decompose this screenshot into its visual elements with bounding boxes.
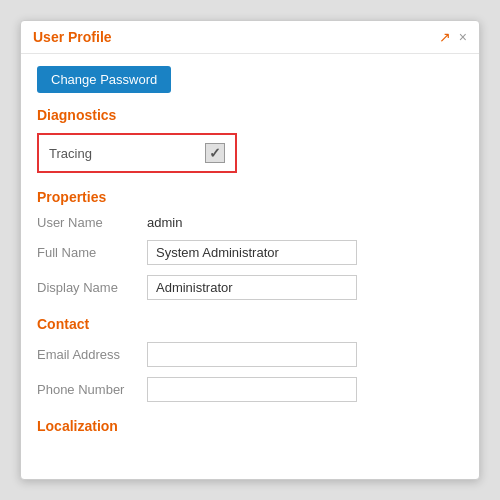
email-label: Email Address — [37, 347, 147, 362]
username-value: admin — [147, 215, 182, 230]
username-row: User Name admin — [37, 215, 463, 230]
modal-header: User Profile ↗ × — [21, 21, 479, 54]
tracing-checkbox[interactable] — [205, 143, 225, 163]
user-profile-modal: User Profile ↗ × Change Password Diagnos… — [20, 20, 480, 480]
tracing-row: Tracing — [37, 133, 237, 173]
displayname-row: Display Name — [37, 275, 463, 300]
tracing-label: Tracing — [49, 146, 92, 161]
phone-row: Phone Number — [37, 377, 463, 402]
properties-title: Properties — [37, 189, 463, 205]
displayname-label: Display Name — [37, 280, 147, 295]
diagnostics-title: Diagnostics — [37, 107, 463, 123]
phone-label: Phone Number — [37, 382, 147, 397]
phone-input[interactable] — [147, 377, 357, 402]
expand-icon[interactable]: ↗ — [439, 29, 451, 45]
username-label: User Name — [37, 215, 147, 230]
displayname-input[interactable] — [147, 275, 357, 300]
contact-section: Contact Email Address Phone Number — [37, 316, 463, 402]
fullname-label: Full Name — [37, 245, 147, 260]
localization-title: Localization — [37, 418, 463, 434]
modal-body: Change Password Diagnostics Tracing Prop… — [21, 54, 479, 479]
email-row: Email Address — [37, 342, 463, 367]
email-input[interactable] — [147, 342, 357, 367]
fullname-row: Full Name — [37, 240, 463, 265]
change-password-button[interactable]: Change Password — [37, 66, 171, 93]
header-actions: ↗ × — [439, 29, 467, 45]
fullname-input[interactable] — [147, 240, 357, 265]
modal-content: Change Password Diagnostics Tracing Prop… — [21, 54, 479, 479]
contact-title: Contact — [37, 316, 463, 332]
diagnostics-section: Diagnostics Tracing — [37, 107, 463, 173]
close-icon[interactable]: × — [459, 29, 467, 45]
properties-section: Properties User Name admin Full Name Dis… — [37, 189, 463, 300]
localization-section: Localization — [37, 418, 463, 434]
modal-title: User Profile — [33, 29, 112, 45]
